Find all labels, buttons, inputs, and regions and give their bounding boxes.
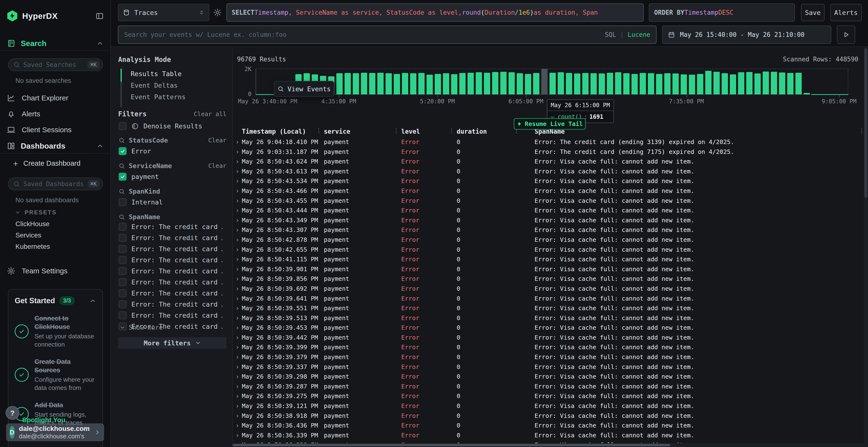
sidebar-item-kubernetes[interactable]: Kubernetes <box>16 243 50 250</box>
histogram-bar[interactable] <box>779 72 785 94</box>
histogram-bar[interactable] <box>713 72 720 94</box>
table-row[interactable]: ›May 26 8:50:43.624 PMpaymentError0Error… <box>233 157 868 167</box>
histogram-bar[interactable] <box>582 73 589 94</box>
toggle-lucene[interactable]: Lucene <box>628 31 650 38</box>
table-row[interactable]: ›May 26 8:50:36.329 PMpaymentError0Error… <box>233 440 868 443</box>
table-row[interactable]: ›May 26 8:50:39.337 PMpaymentError0Error… <box>233 362 868 372</box>
filter-option-spanname[interactable]: Error: The credit card … <box>119 223 222 231</box>
table-row[interactable]: ›May 26 8:50:43.466 PMpaymentError0Error… <box>233 186 868 196</box>
table-row[interactable]: ›May 26 8:50:39.692 PMpaymentError0Error… <box>233 284 868 294</box>
filter-option-spanname[interactable]: Error: The credit card … <box>119 267 222 275</box>
resume-live-tail-button[interactable]: Resume Live Tail <box>514 118 586 130</box>
table-row[interactable]: ›May 26 8:50:39.121 PMpaymentError0Error… <box>233 401 868 411</box>
checkbox-unchecked[interactable] <box>119 223 127 231</box>
histogram-bar[interactable] <box>722 73 728 94</box>
histogram-bar[interactable] <box>615 72 621 94</box>
histogram-bar[interactable] <box>508 72 515 94</box>
row-expand-chevron[interactable]: › <box>235 294 242 304</box>
presets-toggle[interactable]: PRESETS <box>14 209 57 216</box>
row-expand-chevron[interactable]: › <box>235 245 242 255</box>
order-by-editor[interactable]: ORDER BY Timestamp DESC <box>649 3 795 22</box>
column-header-timestamp[interactable]: Timestamp (Local) <box>242 128 306 135</box>
table-row[interactable]: ›May 26 8:50:42.655 PMpaymentError0Error… <box>233 245 868 255</box>
sidebar-item-chart-explorer[interactable]: Chart Explorer <box>7 92 104 104</box>
alerts-button[interactable]: Alerts <box>830 4 862 21</box>
histogram-bar[interactable] <box>492 72 498 94</box>
histogram-bar[interactable] <box>500 72 506 94</box>
histogram-bar[interactable] <box>590 73 597 94</box>
checkbox-checked[interactable] <box>119 147 127 155</box>
histogram-bar[interactable] <box>681 74 687 94</box>
histogram-bar[interactable] <box>623 73 629 94</box>
row-expand-chevron[interactable]: › <box>235 323 242 333</box>
filter-option-spanname[interactable]: Error: The credit card … <box>119 245 222 253</box>
checkbox-unchecked[interactable] <box>119 267 127 275</box>
show-more-link[interactable]: Show more <box>120 324 163 331</box>
histogram-bar[interactable] <box>664 73 671 94</box>
row-expand-chevron[interactable]: › <box>235 431 242 441</box>
row-expand-chevron[interactable]: › <box>235 225 242 235</box>
table-row[interactable]: ›May 26 8:50:43.613 PMpaymentError0Error… <box>233 167 868 176</box>
vertical-scrollbar-thumb[interactable] <box>864 48 867 198</box>
row-expand-chevron[interactable]: › <box>235 254 242 265</box>
horizontal-scrollbar-thumb[interactable] <box>233 444 670 446</box>
source-select[interactable]: Traces <box>118 4 209 21</box>
table-row[interactable]: ›May 26 8:50:43.444 PMpaymentError0Error… <box>233 206 868 215</box>
column-separator[interactable] <box>318 128 319 133</box>
histogram-bar[interactable] <box>467 73 474 94</box>
clear-all-link[interactable]: Clear all <box>194 110 226 117</box>
sidebar-item-alerts[interactable]: Alerts <box>7 108 104 120</box>
histogram-bar[interactable] <box>599 73 605 94</box>
histogram-bar[interactable] <box>550 73 556 94</box>
table-row[interactable]: ›May 26 8:50:39.287 PMpaymentError0Error… <box>233 382 868 391</box>
histogram-bar[interactable] <box>418 73 425 94</box>
row-expand-chevron[interactable]: › <box>235 421 242 431</box>
histogram-bar[interactable] <box>697 74 703 94</box>
row-expand-chevron[interactable]: › <box>235 274 242 284</box>
histogram-bar[interactable] <box>336 73 343 94</box>
checkbox-unchecked[interactable] <box>119 289 127 297</box>
histogram-bar[interactable] <box>402 73 408 94</box>
sidebar-section-search[interactable]: Search <box>7 37 104 49</box>
column-header-level[interactable]: level <box>401 128 420 135</box>
checkbox-unchecked[interactable] <box>119 300 127 308</box>
histogram-bar[interactable] <box>754 73 761 94</box>
row-expand-chevron[interactable]: › <box>235 391 242 401</box>
histogram-bar[interactable] <box>746 72 752 94</box>
row-expand-chevron[interactable]: › <box>235 265 242 274</box>
histogram-bar[interactable] <box>607 73 613 94</box>
table-row[interactable]: ›May 26 8:50:38.918 PMpaymentError0Error… <box>233 411 868 421</box>
row-expand-chevron[interactable]: › <box>235 382 242 391</box>
histogram-bar[interactable] <box>435 74 441 94</box>
histogram-bar[interactable] <box>771 72 777 94</box>
histogram-bar[interactable] <box>385 73 392 94</box>
row-expand-chevron[interactable]: › <box>235 284 242 294</box>
row-expand-chevron[interactable]: › <box>235 157 242 167</box>
clear-link[interactable]: Clear <box>208 162 226 169</box>
denoise-results-checkbox[interactable]: Denoise Results <box>119 122 226 130</box>
table-row[interactable]: ›May 26 8:50:39.399 PMpaymentError0Error… <box>233 342 868 352</box>
query-language-toggle[interactable]: SQL | Lucene <box>605 31 650 38</box>
table-row[interactable]: ›May 26 9:04:18.410 PMpaymentError0Error… <box>233 137 868 147</box>
column-header-duration[interactable]: duration <box>457 128 487 135</box>
histogram-bar[interactable] <box>796 73 802 94</box>
view-events-button[interactable]: View Events <box>274 81 334 97</box>
histogram-bar[interactable] <box>533 73 539 94</box>
histogram-bar[interactable] <box>738 72 744 94</box>
table-menu-icon[interactable] <box>861 128 862 133</box>
mode-results-table[interactable]: Results Table <box>131 70 182 77</box>
histogram-bar[interactable] <box>673 73 679 94</box>
histogram-bar[interactable] <box>541 69 548 94</box>
row-expand-chevron[interactable]: › <box>235 235 242 245</box>
mode-event-patterns[interactable]: Event Patterns <box>131 93 186 101</box>
checkbox-unchecked[interactable] <box>119 245 127 253</box>
histogram-bar[interactable] <box>631 74 638 94</box>
sidebar-item-client-sessions[interactable]: Client Sessions <box>7 124 104 136</box>
row-expand-chevron[interactable]: › <box>235 176 242 186</box>
clear-link[interactable]: Clear <box>208 137 226 144</box>
table-row[interactable]: ›May 26 8:50:43.534 PMpaymentError0Error… <box>233 176 868 186</box>
histogram-bar[interactable] <box>361 73 367 94</box>
table-row[interactable]: ›May 26 8:50:39.513 PMpaymentError0Error… <box>233 313 868 323</box>
row-expand-chevron[interactable]: › <box>235 215 242 226</box>
chevron-up-icon[interactable] <box>96 142 104 149</box>
